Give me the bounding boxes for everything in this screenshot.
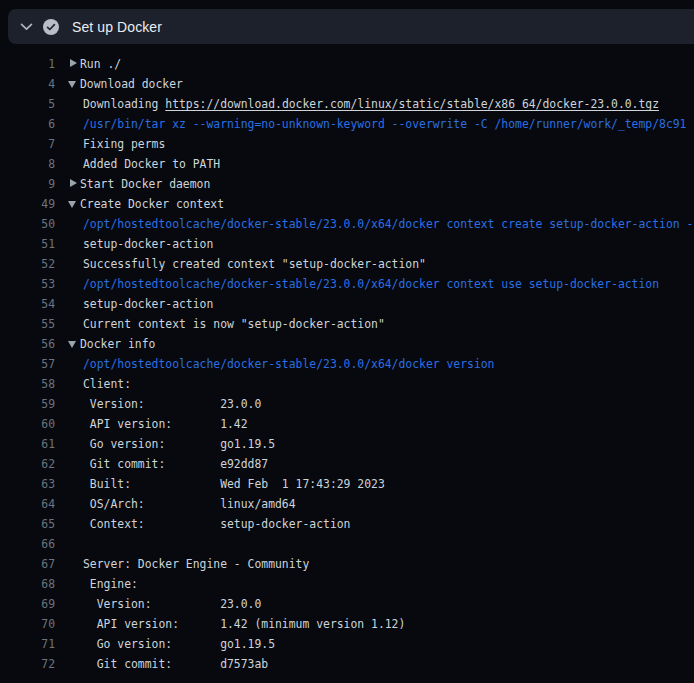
- output-text: Downloading: [83, 97, 165, 111]
- line-number[interactable]: 68: [0, 574, 55, 594]
- command-text: /usr/bin/tar xz --warning=no-unknown-key…: [83, 117, 686, 131]
- log-line: 68 Engine:: [0, 574, 694, 594]
- log-group-line[interactable]: 1Run ./: [0, 54, 694, 74]
- log-line: 70 API version: 1.42 (minimum version 1.…: [0, 614, 694, 634]
- log-line: 7Fixing perms: [0, 134, 694, 154]
- line-number[interactable]: 8: [0, 154, 55, 174]
- log-line: 59 Version: 23.0.0: [0, 394, 694, 414]
- line-number[interactable]: 66: [0, 534, 55, 554]
- log-line: 54setup-docker-action: [0, 294, 694, 314]
- log-text: OS/Arch: linux/amd64: [83, 494, 296, 514]
- log-text: Added Docker to PATH: [83, 154, 220, 174]
- log-link[interactable]: https://download.docker.com/linux/static…: [165, 97, 659, 111]
- line-number[interactable]: 71: [0, 634, 55, 654]
- log-group-line[interactable]: 4Download docker: [0, 74, 694, 94]
- output-text: Context: setup-docker-action: [83, 517, 350, 531]
- log-line: 63 Built: Wed Feb 1 17:43:29 2023: [0, 474, 694, 494]
- line-number[interactable]: 67: [0, 554, 55, 574]
- output-text: Git commit: d7573ab: [83, 657, 268, 671]
- log-text: API version: 1.42: [83, 414, 248, 434]
- log-text: Fixing perms: [83, 134, 165, 154]
- line-number[interactable]: 6: [0, 114, 55, 134]
- line-number[interactable]: 4: [0, 74, 55, 94]
- line-number[interactable]: 70: [0, 614, 55, 634]
- triangle-down-icon: [68, 74, 80, 94]
- command-text: /opt/hostedtoolcache/docker-stable/23.0.…: [83, 217, 694, 231]
- line-number[interactable]: 51: [0, 234, 55, 254]
- log-text: Engine:: [83, 574, 138, 594]
- log-group-line[interactable]: 9Start Docker daemon: [0, 174, 694, 194]
- log-line: 69 Version: 23.0.0: [0, 594, 694, 614]
- output-text: Built: Wed Feb 1 17:43:29 2023: [83, 477, 385, 491]
- output-text: Version: 23.0.0: [83, 397, 261, 411]
- line-number[interactable]: 1: [0, 54, 55, 74]
- triangle-right-icon: [68, 54, 80, 74]
- output-text: OS/Arch: linux/amd64: [83, 497, 296, 511]
- line-number[interactable]: 59: [0, 394, 55, 414]
- line-number[interactable]: 62: [0, 454, 55, 474]
- log-text: Built: Wed Feb 1 17:43:29 2023: [83, 474, 385, 494]
- line-number[interactable]: 64: [0, 494, 55, 514]
- log-line: 6/usr/bin/tar xz --warning=no-unknown-ke…: [0, 114, 694, 134]
- log-text: Git commit: e92dd87: [83, 454, 268, 474]
- log-text: Current context is now "setup-docker-act…: [83, 314, 385, 334]
- line-number[interactable]: 50: [0, 214, 55, 234]
- log-line: 50/opt/hostedtoolcache/docker-stable/23.…: [0, 214, 694, 234]
- output-text: Go version: go1.19.5: [83, 637, 275, 651]
- line-number[interactable]: 65: [0, 514, 55, 534]
- output-text: Server: Docker Engine - Community: [83, 557, 309, 571]
- line-number[interactable]: 69: [0, 594, 55, 614]
- command-text: /opt/hostedtoolcache/docker-stable/23.0.…: [83, 357, 494, 371]
- triangle-right-icon: [68, 174, 80, 194]
- output-text: Added Docker to PATH: [83, 157, 220, 171]
- line-number[interactable]: 56: [0, 334, 55, 354]
- log-text: /opt/hostedtoolcache/docker-stable/23.0.…: [83, 274, 659, 294]
- line-number[interactable]: 7: [0, 134, 55, 154]
- line-number[interactable]: 53: [0, 274, 55, 294]
- output-text: Fixing perms: [83, 137, 165, 151]
- log-text: setup-docker-action: [83, 234, 213, 254]
- log-text: Go version: go1.19.5: [83, 434, 275, 454]
- log-text: /opt/hostedtoolcache/docker-stable/23.0.…: [83, 214, 694, 234]
- line-number[interactable]: 63: [0, 474, 55, 494]
- log-line: 57/opt/hostedtoolcache/docker-stable/23.…: [0, 354, 694, 374]
- log-text: /opt/hostedtoolcache/docker-stable/23.0.…: [83, 354, 494, 374]
- triangle-down-icon: [68, 334, 80, 354]
- log-lines: 1Run ./4Download docker5Downloading http…: [0, 54, 694, 674]
- group-title: Create Docker context: [80, 194, 224, 214]
- line-number[interactable]: 49: [0, 194, 55, 214]
- line-number[interactable]: 52: [0, 254, 55, 274]
- line-number[interactable]: 60: [0, 414, 55, 434]
- line-number[interactable]: 58: [0, 374, 55, 394]
- line-number[interactable]: 57: [0, 354, 55, 374]
- log-line: 64 OS/Arch: linux/amd64: [0, 494, 694, 514]
- command-text: /opt/hostedtoolcache/docker-stable/23.0.…: [83, 277, 659, 291]
- log-line: 66: [0, 534, 694, 554]
- line-number[interactable]: 54: [0, 294, 55, 314]
- log-group-line[interactable]: 56Docker info: [0, 334, 694, 354]
- output-text: API version: 1.42: [83, 417, 248, 431]
- output-text: Version: 23.0.0: [83, 597, 261, 611]
- group-title: Download docker: [80, 74, 183, 94]
- chevron-down-icon[interactable]: [18, 19, 34, 35]
- log-line: 8Added Docker to PATH: [0, 154, 694, 174]
- log-line: 51setup-docker-action: [0, 234, 694, 254]
- log-text: API version: 1.42 (minimum version 1.12): [83, 614, 405, 634]
- step-header[interactable]: Set up Docker: [8, 9, 694, 44]
- output-text: setup-docker-action: [83, 297, 213, 311]
- log-group-line[interactable]: 49Create Docker context: [0, 194, 694, 214]
- group-title: Docker info: [80, 334, 155, 354]
- group-title: Run ./: [80, 54, 121, 74]
- line-number[interactable]: 61: [0, 434, 55, 454]
- log-line: 52Successfully created context "setup-do…: [0, 254, 694, 274]
- log-text: /usr/bin/tar xz --warning=no-unknown-key…: [83, 114, 686, 134]
- log-line: 65 Context: setup-docker-action: [0, 514, 694, 534]
- output-text: Git commit: e92dd87: [83, 457, 268, 471]
- line-number[interactable]: 72: [0, 654, 55, 674]
- log-text: Server: Docker Engine - Community: [83, 554, 309, 574]
- log-text: Version: 23.0.0: [83, 594, 261, 614]
- line-number[interactable]: 5: [0, 94, 55, 114]
- line-number[interactable]: 55: [0, 314, 55, 334]
- log-text: Go version: go1.19.5: [83, 634, 275, 654]
- line-number[interactable]: 9: [0, 174, 55, 194]
